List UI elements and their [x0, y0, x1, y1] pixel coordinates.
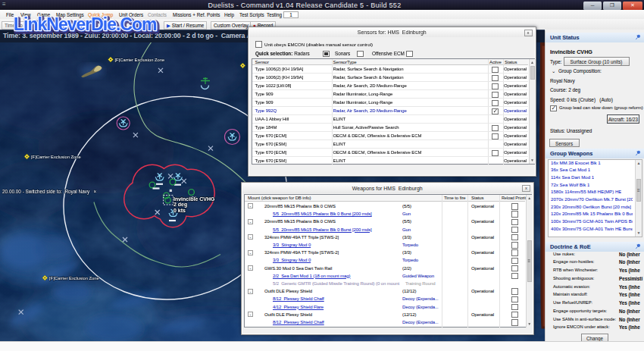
svg-text:[F]Carrier Exclusion Zone: [F]Carrier Exclusion Zone — [49, 276, 99, 280]
svg-text:LinkNeverDie.Com: LinkNeverDie.Com — [14, 14, 157, 34]
svg-text:[F]Carrier Exclusion Zone: [F]Carrier Exclusion Zone — [115, 58, 165, 62]
svg-text:[F]Carrier Exclusion Zone: [F]Carrier Exclusion Zone — [31, 155, 81, 159]
svg-text:Invincible CVHG: Invincible CVHG — [174, 196, 215, 201]
svg-text:0 kts: 0 kts — [174, 207, 186, 212]
svg-text:20.00.00 - Switched side to:: 20.00.00 - Switched side to: Royal Navy … — [2, 188, 96, 194]
